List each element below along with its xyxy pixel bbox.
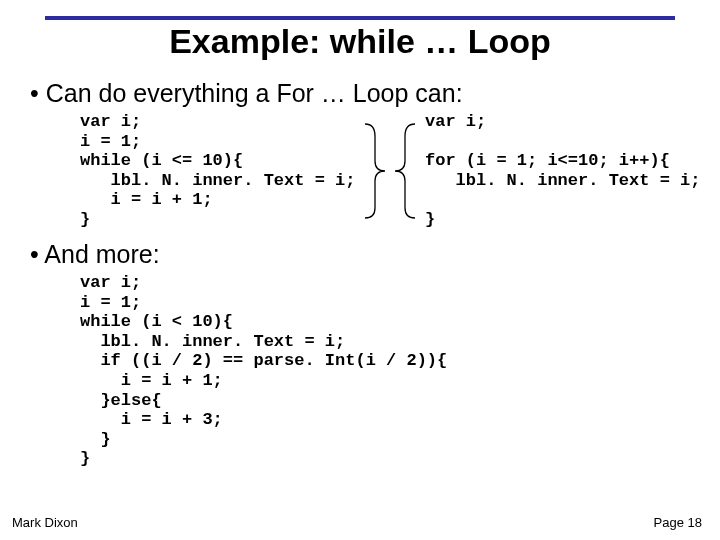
slide-body: Can do everything a For … Loop can: var … — [30, 78, 700, 469]
code-for-loop: var i; for (i = 1; i<=10; i++){ lbl. N. … — [425, 112, 700, 229]
brace-icon — [355, 116, 425, 226]
title-rule — [45, 16, 675, 20]
second-block: And more: var i; i = 1; while (i < 10){ … — [30, 239, 700, 468]
code-while-extended: var i; i = 1; while (i < 10){ lbl. N. in… — [80, 273, 700, 468]
slide-title: Example: while … Loop — [0, 22, 720, 61]
bullet-1: Can do everything a For … Loop can: — [30, 78, 700, 108]
bullet-2: And more: — [30, 239, 700, 269]
slide: Example: while … Loop Can do everything … — [0, 0, 720, 540]
brace-equivalence — [355, 112, 425, 229]
footer-page: Page 18 — [654, 515, 702, 530]
footer-author: Mark Dixon — [12, 515, 78, 530]
code-comparison-row: var i; i = 1; while (i <= 10){ lbl. N. i… — [80, 112, 700, 229]
code-while-loop: var i; i = 1; while (i <= 10){ lbl. N. i… — [80, 112, 355, 229]
